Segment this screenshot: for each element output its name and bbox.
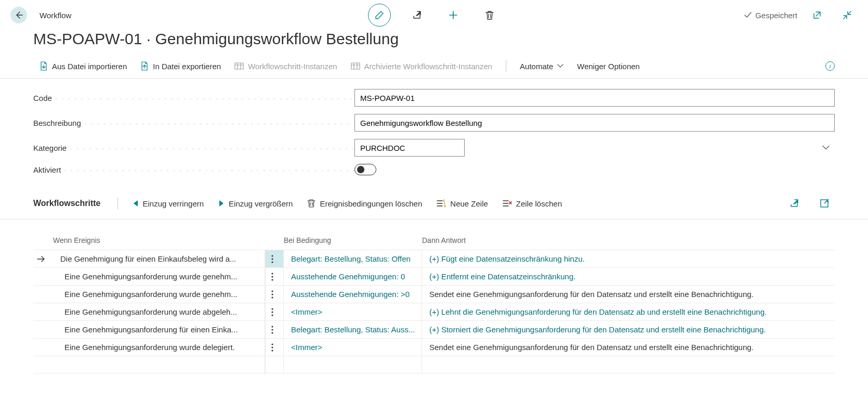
- new-button[interactable]: [443, 5, 464, 25]
- table-row-empty[interactable]: [33, 356, 835, 373]
- table-row[interactable]: Eine Genehmigungsanforderung wurde geneh…: [33, 267, 835, 285]
- condition-cell[interactable]: <Immer>: [284, 303, 422, 320]
- automate-label: Automate: [520, 62, 553, 71]
- response-cell[interactable]: Sendet eine Genehmigungsanforderung für …: [422, 286, 835, 303]
- row-menu-button[interactable]: [265, 339, 284, 356]
- row-menu-button[interactable]: [265, 303, 284, 320]
- row-menu-button[interactable]: [265, 286, 284, 303]
- info-button[interactable]: i: [825, 61, 835, 71]
- table-row[interactable]: Die Genehmigung für einen Einkaufsbeleg …: [33, 250, 835, 267]
- popout-icon: [812, 10, 822, 20]
- event-cell[interactable]: Eine Genehmigungsanforderung wurde geneh…: [53, 268, 265, 285]
- plus-icon: [448, 10, 458, 20]
- table-row[interactable]: Eine Genehmigungsanforderung wurde abgel…: [33, 303, 835, 320]
- svg-point-7: [271, 279, 273, 280]
- edit-button[interactable]: [368, 4, 391, 27]
- arrow-right-icon: [37, 256, 45, 262]
- export-to-file-button[interactable]: In Datei exportieren: [140, 61, 221, 71]
- response-cell[interactable]: (+) Lehnt die Genehmigungsanforderung fü…: [422, 303, 835, 320]
- decrease-indent-button[interactable]: Einzug verringern: [133, 199, 204, 208]
- automate-menu[interactable]: Automate: [520, 62, 563, 71]
- category-label: Kategorie: [33, 144, 354, 152]
- separator: [117, 198, 118, 209]
- condition-cell[interactable]: Ausstehende Genehmigungen: >0: [284, 286, 422, 303]
- col-condition-header: Bei Bedingung: [284, 236, 422, 244]
- category-select[interactable]: [354, 139, 465, 157]
- delete-line-button[interactable]: Zeile löschen: [503, 199, 562, 208]
- import-from-file-button[interactable]: Aus Datei importieren: [40, 61, 127, 71]
- info-icon: i: [829, 63, 831, 69]
- row-marker: [33, 303, 53, 320]
- row-menu-button[interactable]: [265, 250, 284, 267]
- more-vertical-icon: [271, 290, 273, 299]
- increase-indent-label: Einzug vergrößern: [229, 199, 293, 208]
- popout-button[interactable]: [807, 5, 827, 25]
- svg-point-11: [271, 308, 273, 309]
- condition-cell[interactable]: Belegart: Bestellung, Status: Auss...: [284, 321, 422, 338]
- table-row[interactable]: Eine Genehmigungsanforderung wurde deleg…: [33, 338, 835, 356]
- share-icon: [790, 199, 799, 208]
- increase-indent-button[interactable]: Einzug vergrößern: [218, 199, 293, 208]
- file-export-icon: [140, 61, 149, 71]
- svg-point-2: [271, 255, 273, 256]
- delete-button[interactable]: [479, 5, 500, 25]
- archived-instances-label: Archivierte Workflowschritt-Instanzen: [364, 62, 492, 71]
- col-event-header: Wenn Ereignis: [53, 236, 265, 244]
- section-expand-button[interactable]: [814, 193, 835, 214]
- section-share-button[interactable]: [784, 193, 805, 214]
- table-row[interactable]: Eine Genehmigungsanforderung wurde geneh…: [33, 285, 835, 303]
- toggle-knob: [357, 166, 364, 173]
- event-cell[interactable]: Eine Genehmigungsanforderung wurde geneh…: [53, 286, 265, 303]
- svg-point-18: [271, 346, 273, 348]
- activated-toggle[interactable]: [354, 164, 376, 175]
- row-marker: [33, 321, 53, 338]
- check-icon: [744, 11, 752, 19]
- archived-step-instances-button: Archivierte Workflowschritt-Instanzen: [351, 62, 492, 71]
- svg-point-13: [271, 314, 273, 316]
- trash-icon: [485, 10, 494, 20]
- collapse-button[interactable]: [837, 5, 858, 25]
- svg-point-19: [271, 350, 273, 351]
- condition-cell[interactable]: <Immer>: [284, 339, 422, 356]
- response-cell[interactable]: (+) Storniert die Genehmigungsanforderun…: [422, 321, 835, 338]
- new-line-button[interactable]: Neue Zeile: [437, 199, 488, 208]
- table-row[interactable]: Eine Genehmigungsanforderung für einen E…: [33, 320, 835, 338]
- svg-point-16: [271, 332, 273, 333]
- breadcrumb: Workflow: [40, 11, 71, 20]
- row-menu-button[interactable]: [265, 321, 284, 338]
- share-icon: [412, 10, 422, 20]
- delete-conditions-button[interactable]: Ereignisbedingungen löschen: [307, 199, 422, 208]
- event-cell[interactable]: Die Genehmigung für einen Einkaufsbeleg …: [53, 250, 265, 267]
- more-vertical-icon: [271, 326, 273, 334]
- svg-point-15: [271, 329, 273, 330]
- svg-point-10: [271, 296, 273, 298]
- row-menu-button[interactable]: [265, 268, 284, 285]
- new-line-label: Neue Zeile: [450, 199, 488, 208]
- pencil-icon: [375, 10, 384, 20]
- svg-point-6: [271, 276, 273, 277]
- fewer-options-button[interactable]: Weniger Optionen: [577, 62, 640, 71]
- svg-point-3: [271, 258, 273, 260]
- code-input[interactable]: [354, 89, 835, 107]
- share-button[interactable]: [406, 5, 427, 25]
- back-button[interactable]: [10, 7, 27, 23]
- collapse-icon: [843, 10, 852, 20]
- response-cell[interactable]: (+) Fügt eine Datensatzeinschränkung hin…: [422, 250, 835, 267]
- description-input[interactable]: [354, 114, 835, 132]
- chevron-down-icon: [557, 64, 563, 68]
- svg-point-4: [271, 261, 273, 263]
- svg-point-8: [271, 290, 273, 292]
- response-cell[interactable]: (+) Entfernt eine Datensatzeinschränkung…: [422, 268, 835, 285]
- row-marker: [33, 286, 53, 303]
- event-cell[interactable]: Eine Genehmigungsanforderung wurde abgel…: [53, 303, 265, 320]
- condition-cell[interactable]: Belegart: Bestellung, Status: Offen: [284, 250, 422, 267]
- response-cell[interactable]: Sendet eine Genehmigungsanforderung für …: [422, 339, 835, 356]
- description-label: Beschreibung: [33, 119, 354, 127]
- svg-point-5: [271, 273, 273, 274]
- event-cell[interactable]: Eine Genehmigungsanforderung für einen E…: [53, 321, 265, 338]
- trash-icon: [307, 199, 315, 208]
- grid-icon: [351, 62, 360, 70]
- event-cell[interactable]: Eine Genehmigungsanforderung wurde deleg…: [53, 339, 265, 356]
- table-header: Wenn Ereignis Bei Bedingung Dann Antwort: [33, 232, 835, 250]
- condition-cell[interactable]: Ausstehende Genehmigungen: 0: [284, 268, 422, 285]
